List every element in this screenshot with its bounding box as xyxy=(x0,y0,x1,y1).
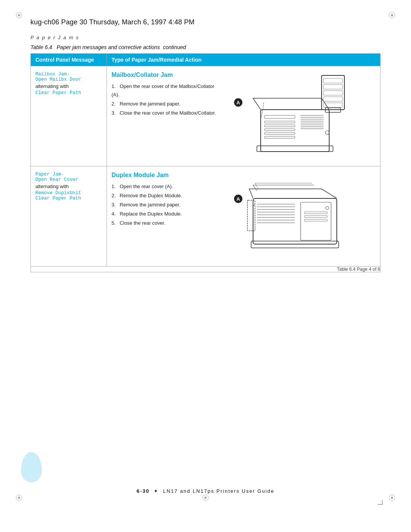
duplex-cyan-4: Clear Paper Path xyxy=(35,196,102,201)
duplex-cyan-1: Paper Jam- xyxy=(35,172,102,177)
col2-header: Type of Paper Jam/Remedial Action xyxy=(107,54,381,66)
table-header-row: Control Panel Message Type of Paper Jam/… xyxy=(31,54,381,66)
table-caption: Table 6.4 Paper jam messages and correct… xyxy=(30,44,381,50)
svg-rect-19 xyxy=(323,91,342,95)
mailbox-cyan-2: Open Mailbx Door xyxy=(35,77,102,82)
mailbox-title: Mailbox/Collator Jam xyxy=(112,72,218,78)
svg-rect-2 xyxy=(264,121,295,123)
svg-rect-20 xyxy=(323,97,342,101)
duplex-steps-list: 1. Open the rear cover (A). 2. Remove th… xyxy=(112,182,218,227)
mailbox-left-cell: Mailbox Jam- Open Mailbx Door alternatin… xyxy=(31,66,107,166)
svg-rect-15 xyxy=(257,146,333,152)
section-label: P a p e r J a m s xyxy=(30,35,381,40)
mailbox-row: Mailbox Jam- Open Mailbx Door alternatin… xyxy=(31,66,381,166)
svg-rect-16 xyxy=(322,75,344,110)
main-table: Control Panel Message Type of Paper Jam/… xyxy=(30,53,381,272)
svg-rect-5 xyxy=(264,133,295,134)
mailbox-steps-list: 1. Open the rear cover of the Mailbox/Co… xyxy=(112,82,218,117)
duplex-printer-svg xyxy=(245,172,352,259)
mailbox-steps-section: Mailbox/Collator Jam 1. Open the rear co… xyxy=(112,72,218,118)
reg-mark-tl xyxy=(15,11,23,19)
reg-mark-br xyxy=(388,494,396,502)
duplex-diagram: A xyxy=(245,172,352,261)
duplex-left-cell: Paper Jam- Open Rear Cover alternating w… xyxy=(31,166,107,267)
svg-rect-40 xyxy=(247,200,255,231)
duplex-step-5: 5. Close the rear cover. xyxy=(112,219,218,227)
mailbox-diagram-section: A xyxy=(218,72,376,161)
svg-rect-1 xyxy=(264,115,295,118)
mailbox-step-2: 2. Remove the jammed paper. xyxy=(112,100,218,108)
page-footer: 6-30 ✦ LN17 and LN17ps Printers User Gui… xyxy=(0,488,411,494)
label-a-duplex: A xyxy=(234,195,242,203)
page-header: kug-ch06 Page 30 Thursday, March 6, 1997… xyxy=(30,18,381,26)
duplex-step-2: 2. Remove the Duplex Module. xyxy=(112,192,218,200)
svg-rect-3 xyxy=(264,125,295,127)
col1-header: Control Panel Message xyxy=(31,54,107,66)
svg-rect-38 xyxy=(304,219,327,221)
reg-mark-bl xyxy=(15,494,23,502)
duplex-right-cell: Duplex Module Jam 1. Open the rear cover… xyxy=(107,166,381,267)
mailbox-step-1: 1. Open the rear cover of the Mailbox/Co… xyxy=(112,82,218,99)
duplex-cyan-2: Open Rear Cover xyxy=(35,177,102,182)
reg-mark-bm xyxy=(202,494,209,502)
mailbox-cyan-1: Mailbox Jam- xyxy=(35,72,102,77)
page-container: kug-ch06 Page 30 Thursday, March 6, 1997… xyxy=(0,0,411,532)
reg-mark-tr xyxy=(388,11,396,19)
mailbox-step-3: 3. Close the rear cover of the Mailbox/C… xyxy=(112,109,218,117)
duplex-row: Paper Jam- Open Rear Cover alternating w… xyxy=(31,166,381,267)
svg-rect-18 xyxy=(323,85,342,89)
svg-rect-17 xyxy=(323,78,342,83)
mailbox-cyan-3: Clear Paper Path xyxy=(35,90,102,96)
duplex-steps-section: Duplex Module Jam 1. Open the rear cover… xyxy=(112,172,218,228)
label-a-mailbox: A xyxy=(234,98,242,107)
mailbox-right-cell: Mailbox/Collator Jam 1. Open the rear co… xyxy=(107,66,381,166)
svg-rect-6 xyxy=(264,136,295,138)
duplex-cyan-3: Remove DuplxUnit xyxy=(35,190,102,196)
duplex-step-4: 4. Replace the Duplex Module. xyxy=(112,210,218,218)
mailbox-printer-svg xyxy=(245,72,352,159)
duplex-step-3: 3. Remove the jammed paper. xyxy=(112,201,218,209)
mailbox-content: Mailbox/Collator Jam 1. Open the rear co… xyxy=(112,72,376,161)
svg-point-23 xyxy=(325,131,329,134)
table-footer-cell: Table 6.4 Page 4 of 6 xyxy=(31,267,381,272)
svg-point-35 xyxy=(326,206,329,209)
mailbox-diagram: A xyxy=(245,72,352,161)
svg-rect-4 xyxy=(264,129,295,131)
decorative-blob xyxy=(21,452,42,482)
svg-rect-37 xyxy=(304,216,327,217)
mailbox-alternating: alternating with xyxy=(35,83,102,89)
duplex-alternating: alternating with xyxy=(35,184,102,189)
table-footer-row: Table 6.4 Page 4 of 6 xyxy=(31,267,381,272)
corner-bracket xyxy=(378,500,382,505)
duplex-content: Duplex Module Jam 1. Open the rear cover… xyxy=(112,172,376,261)
svg-rect-36 xyxy=(304,212,327,214)
duplex-step-1: 1. Open the rear cover (A). xyxy=(112,182,218,191)
duplex-title: Duplex Module Jam xyxy=(112,172,218,179)
duplex-diagram-section: A xyxy=(218,172,376,261)
